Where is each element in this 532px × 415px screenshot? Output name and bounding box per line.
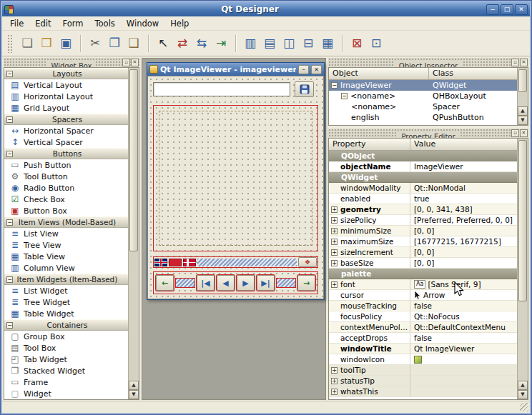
- scroll-up-button[interactable]: ▲: [129, 381, 139, 390]
- scroll-down-button[interactable]: ▼: [518, 116, 528, 125]
- layout-vertically-button[interactable]: ▤: [260, 34, 279, 53]
- column-object[interactable]: Object: [329, 68, 429, 79]
- widget-list-widget[interactable]: ≡List Widget: [4, 285, 128, 296]
- maximize-button[interactable]: □: [501, 4, 513, 15]
- collapse-icon[interactable]: −: [6, 322, 13, 329]
- column-value[interactable]: Value: [410, 139, 517, 150]
- expand-icon[interactable]: +: [331, 389, 338, 395]
- property-row-windowtitle[interactable]: windowTitleQt ImageViewer: [329, 344, 517, 354]
- next-marked-button[interactable]: ▶|: [257, 275, 275, 291]
- widget-tool-box[interactable]: ▤Tool Box: [4, 342, 128, 354]
- widget-tab-widget[interactable]: ◰Tab Widget: [4, 354, 128, 365]
- layout-horizontally-button[interactable]: ▥: [241, 34, 260, 53]
- property-row-minimumsize[interactable]: +minimumSize[0, 0]: [329, 226, 517, 236]
- property-row-sizeincrement[interactable]: +sizeIncrement[0, 0]: [329, 247, 517, 258]
- menu-form[interactable]: Form: [57, 17, 89, 30]
- close-icon[interactable]: ✕: [520, 59, 528, 66]
- property-row-windowicon[interactable]: windowIcon: [329, 354, 517, 365]
- widget-widget[interactable]: ▢Widget: [4, 388, 128, 399]
- widget-vertical-layout[interactable]: ▤Vertical Layout: [4, 79, 128, 91]
- menu-edit[interactable]: Edit: [29, 17, 56, 30]
- paste-button[interactable]: ❑: [124, 34, 143, 53]
- edit-widgets-button[interactable]: ↖: [154, 34, 172, 53]
- widget-table-widget[interactable]: ▦Table Widget: [4, 308, 128, 319]
- property-row-statustip[interactable]: +statusTip: [329, 376, 517, 386]
- open-form-button[interactable]: ❒: [37, 34, 56, 53]
- widget-radio-button[interactable]: ◉Radio Button: [4, 182, 128, 194]
- close-button[interactable]: ✕: [515, 4, 528, 15]
- edit-tab-order-button[interactable]: ⇥: [212, 34, 230, 53]
- column-property[interactable]: Property: [329, 139, 410, 150]
- flag-danish-icon[interactable]: [183, 259, 196, 266]
- scrollbar-thumb[interactable]: [518, 140, 527, 301]
- property-row-focuspolicy[interactable]: focusPolicyQt::NoFocus: [329, 311, 517, 322]
- widget-horizontal-layout[interactable]: ▥Horizontal Layout: [4, 91, 128, 102]
- save-image-button[interactable]: [295, 81, 314, 97]
- section-spacers[interactable]: −Spacers: [4, 114, 128, 125]
- expand-icon[interactable]: +: [331, 378, 338, 384]
- widget-tree-view[interactable]: ≣Tree View: [4, 239, 128, 251]
- layout-grid-button[interactable]: ▦: [318, 34, 337, 53]
- scrollbar-thumb[interactable]: [129, 69, 138, 251]
- minimize-button[interactable]: −: [486, 4, 499, 15]
- section-item-views-model-based[interactable]: −Item Views (Model-Based): [4, 216, 128, 228]
- inspector-row-imageviewer[interactable]: −ImageViewerQWidget: [329, 80, 517, 91]
- collapse-icon[interactable]: −: [331, 82, 338, 89]
- collapse-icon[interactable]: −: [6, 151, 13, 157]
- widget-check-box[interactable]: ☑Check Box: [4, 194, 128, 205]
- expand-icon[interactable]: +: [331, 249, 338, 256]
- new-form-button[interactable]: ❏: [18, 34, 36, 53]
- expand-icon[interactable]: +: [331, 239, 338, 245]
- expand-icon[interactable]: +: [331, 206, 338, 213]
- scroll-up-button[interactable]: ▲: [518, 106, 528, 116]
- resize-grip[interactable]: [520, 403, 528, 411]
- menu-help[interactable]: Help: [164, 17, 194, 30]
- expand-icon[interactable]: +: [331, 217, 338, 224]
- property-row-sizepolicy[interactable]: +sizePolicy[Preferred, Preferred, 0, 0]: [329, 215, 517, 226]
- close-icon[interactable]: ✕: [520, 129, 528, 137]
- widget-tree-widget[interactable]: ≣Tree Widget: [4, 296, 128, 308]
- widget-list-view[interactable]: ≡List View: [4, 228, 128, 239]
- widget-horizontal-spacer[interactable]: ↔Horizontal Spacer: [4, 125, 128, 136]
- collapse-icon[interactable]: −: [341, 93, 348, 99]
- widget-grid-layout[interactable]: ▦Grid Layout: [4, 102, 128, 114]
- copy-button[interactable]: ❐: [105, 34, 124, 53]
- inspector-row-noname[interactable]: −<noname>QHBoxLayout: [329, 91, 517, 101]
- layout-horizontal-splitter-button[interactable]: ◫: [280, 34, 298, 53]
- property-row-font[interactable]: +fontAa[Sans Serif, 9]: [329, 279, 517, 290]
- break-layout-button[interactable]: ⊠: [348, 34, 366, 53]
- scroll-up-button[interactable]: ▲: [518, 381, 528, 390]
- property-row-enabled[interactable]: enabledtrue: [329, 194, 517, 204]
- property-row-windowmodality[interactable]: windowModalityQt::NonModal: [329, 183, 517, 194]
- adjust-size-button[interactable]: ⊡: [367, 34, 385, 53]
- flag-red-icon[interactable]: [169, 259, 182, 266]
- widget-group-box[interactable]: ▢Group Box: [4, 331, 128, 342]
- image-frame[interactable]: [153, 105, 318, 251]
- widget-column-view[interactable]: ▥Column View: [4, 262, 128, 274]
- menu-window[interactable]: Window: [121, 17, 164, 30]
- save-form-button[interactable]: ▣: [56, 34, 75, 53]
- image-label[interactable]: [159, 111, 312, 246]
- menu-tools[interactable]: Tools: [89, 17, 121, 30]
- widget-tool-button[interactable]: ⚙Tool Button: [4, 171, 128, 182]
- minimize-button[interactable]: –: [298, 65, 309, 74]
- titlebar[interactable]: Qt Designer − □ ✕: [2, 2, 530, 16]
- expand-icon[interactable]: +: [331, 228, 338, 234]
- float-button[interactable]: ▫: [122, 59, 130, 66]
- float-button[interactable]: ▫: [511, 129, 519, 137]
- collapse-icon[interactable]: −: [6, 71, 13, 77]
- close-button[interactable]: ✕: [311, 65, 322, 74]
- property-row-basesize[interactable]: +baseSize[0, 0]: [329, 258, 517, 269]
- layout-vertical-splitter-button[interactable]: ⊟: [299, 34, 317, 53]
- inspector-row-noname[interactable]: <noname>Spacer: [329, 101, 517, 112]
- prev-button[interactable]: ◀: [217, 275, 235, 291]
- collapse-icon[interactable]: −: [6, 116, 13, 123]
- toolbar-handle[interactable]: [7, 34, 12, 53]
- widget-box-scrollbar[interactable]: ▲ ▼: [128, 68, 139, 399]
- section-containers[interactable]: −Containers: [4, 319, 128, 331]
- float-button[interactable]: ▫: [511, 59, 519, 66]
- expand-icon[interactable]: +: [331, 367, 338, 374]
- form-canvas[interactable]: ❖ ←|◀◀▶▶|→: [147, 76, 324, 299]
- collapse-icon[interactable]: −: [6, 219, 13, 226]
- scroll-down-button[interactable]: ▼: [518, 390, 528, 399]
